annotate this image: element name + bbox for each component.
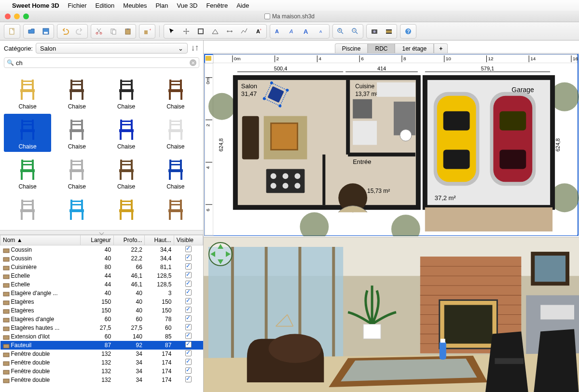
catalog-item[interactable]: Chaise [4, 114, 51, 152]
visible-checkbox[interactable] [185, 315, 192, 322]
menu-fichier[interactable]: Fichier [68, 2, 87, 9]
sort-button[interactable] [191, 43, 199, 54]
nav-right-icon[interactable] [226, 251, 231, 257]
table-row[interactable]: Fauteuil 879287 [0, 341, 203, 350]
table-row[interactable]: Fenêtre double 13234174 [0, 376, 203, 384]
col-profondeur[interactable]: Profo... [113, 235, 145, 245]
col-nom[interactable]: Nom ▲ [0, 235, 81, 245]
furniture-catalog[interactable]: Chaise Chaise Chaise [0, 71, 203, 230]
tab-add-level[interactable]: + [434, 43, 448, 54]
zoom-out-button[interactable]: − [348, 26, 362, 37]
catalog-item[interactable]: Chaise [53, 114, 100, 152]
visible-checkbox[interactable] [185, 281, 192, 287]
catalog-item[interactable]: Chaise [103, 114, 150, 152]
menu-edition[interactable]: Edition [96, 2, 115, 9]
category-select[interactable]: Salon ⌄ [36, 43, 188, 54]
col-largeur[interactable]: Largeur [81, 235, 113, 245]
dimension-tool[interactable] [223, 26, 236, 37]
table-row[interactable]: Coussin 4022,234,4 [0, 254, 203, 263]
table-row[interactable]: Coussin 4022,234,4 [0, 245, 203, 255]
table-row[interactable]: Fenêtre double 13234174 [0, 358, 203, 367]
plan-canvas[interactable]: 0m246810121416 0m246 500,4 414 [204, 53, 579, 237]
bold-button[interactable]: A [271, 26, 285, 37]
smaller-text-button[interactable]: A [315, 26, 328, 37]
redo-button[interactable] [73, 26, 86, 37]
clear-search-button[interactable]: ✕ [190, 59, 196, 66]
room-tool[interactable] [208, 26, 222, 37]
nav-down-icon[interactable] [218, 259, 223, 264]
visible-checkbox[interactable] [185, 341, 192, 348]
table-row[interactable]: Fenêtre double 13234174 [0, 350, 203, 358]
table-row[interactable]: Etagères d'angle 606078 [0, 315, 203, 324]
visible-checkbox[interactable] [185, 289, 192, 296]
menu-fenetre[interactable]: Fenêtre [206, 2, 228, 9]
visible-checkbox[interactable] [185, 359, 192, 365]
catalog-item[interactable]: Chaise [152, 114, 199, 152]
table-row[interactable]: Fenêtre double 13234174 [0, 367, 203, 376]
catalog-item[interactable] [53, 194, 100, 225]
text-tool[interactable]: A+ [252, 26, 265, 37]
bigger-text-button[interactable]: A [300, 26, 314, 37]
wall-tool[interactable] [194, 26, 207, 37]
catalog-item[interactable] [152, 194, 199, 225]
table-row[interactable]: Cuisinière 806681,1 [0, 263, 203, 271]
catalog-item[interactable]: Chaise [53, 154, 100, 192]
visible-checkbox[interactable] [185, 350, 192, 356]
catalog-item[interactable]: Chaise [4, 154, 51, 192]
zoom-in-button[interactable]: + [334, 26, 347, 37]
furniture-table[interactable]: Nom ▲ Largeur Profo... Haut... Visible C… [0, 235, 203, 392]
view-3d[interactable] [204, 237, 579, 392]
catalog-item[interactable]: Chaise [152, 154, 199, 192]
catalog-item[interactable]: Chaise [103, 74, 150, 112]
minimize-button[interactable] [14, 14, 20, 19]
table-row[interactable]: Echelle 4446,1128,5 [0, 271, 203, 280]
split-handle[interactable] [0, 230, 203, 235]
tab-rdc[interactable]: RDC [368, 43, 395, 54]
visible-checkbox[interactable] [185, 367, 192, 374]
table-row[interactable]: Extension d'ilot 6014085 [0, 332, 203, 341]
visible-checkbox[interactable] [185, 272, 192, 278]
catalog-item[interactable]: Chaise [152, 74, 199, 112]
catalog-item[interactable]: Chaise [53, 74, 100, 112]
search-field[interactable]: 🔍 ✕ [4, 57, 199, 68]
table-row[interactable]: Etagères hautes ... 27,527,560 [0, 324, 203, 332]
menu-meubles[interactable]: Meubles [123, 2, 147, 9]
close-button[interactable] [5, 14, 11, 19]
pan-tool[interactable] [179, 26, 193, 37]
tab-piscine[interactable]: Piscine [335, 43, 368, 54]
open-button[interactable] [25, 26, 38, 37]
tab-etage[interactable]: 1er étage [395, 43, 434, 54]
compass-nav[interactable] [208, 242, 233, 266]
new-button[interactable] [5, 26, 19, 37]
visible-checkbox[interactable] [185, 246, 192, 252]
catalog-item[interactable]: Chaise [103, 154, 150, 192]
nav-left-icon[interactable] [210, 251, 215, 257]
menu-vue3d[interactable]: Vue 3D [177, 2, 197, 9]
visible-checkbox[interactable] [185, 376, 192, 382]
col-hauteur[interactable]: Haut... [145, 235, 174, 245]
paste-button[interactable] [121, 26, 135, 37]
help-button[interactable]: ? [401, 26, 415, 37]
visible-checkbox[interactable] [185, 324, 192, 330]
visible-checkbox[interactable] [185, 307, 192, 313]
add-furniture-button[interactable]: + [140, 26, 154, 37]
visible-checkbox[interactable] [185, 255, 192, 261]
select-tool[interactable] [165, 26, 179, 37]
save-button[interactable] [39, 26, 53, 37]
italic-button[interactable]: A [286, 26, 299, 37]
catalog-item[interactable] [103, 194, 150, 225]
visible-checkbox[interactable] [185, 333, 192, 339]
table-row[interactable]: Etagères 15040150 [0, 306, 203, 315]
video-button[interactable] [382, 26, 396, 37]
catalog-item[interactable]: Chaise [4, 74, 51, 112]
nav-up-icon[interactable] [218, 244, 223, 249]
menu-aide[interactable]: Aide [236, 2, 249, 9]
catalog-item[interactable] [4, 194, 51, 225]
photo-button[interactable] [368, 26, 381, 37]
polyline-tool[interactable] [237, 26, 251, 37]
search-input[interactable] [16, 59, 190, 67]
undo-button[interactable] [58, 26, 72, 37]
table-row[interactable]: Etagère d'angle ... 40403 [0, 289, 203, 297]
table-row[interactable]: Echelle 4446,1128,5 [0, 280, 203, 289]
zoom-button[interactable] [23, 14, 29, 19]
